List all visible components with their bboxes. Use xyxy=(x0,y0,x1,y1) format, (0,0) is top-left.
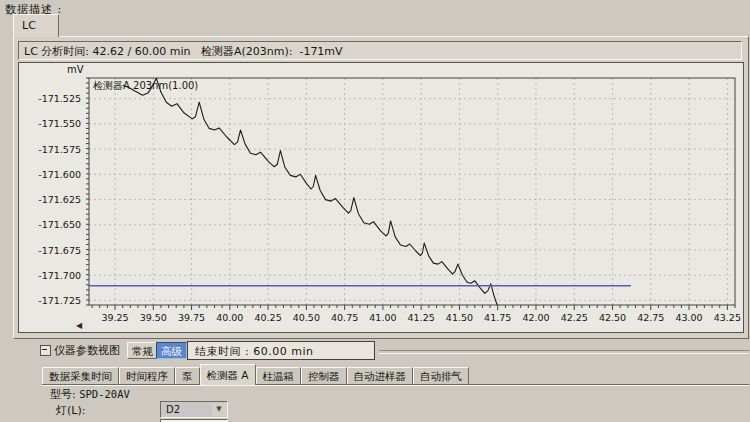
x-tick-label: 42.00 xyxy=(522,312,549,323)
lamp-label: 灯(L): xyxy=(56,403,85,418)
end-time-field: 结束时间 : 60.00 min xyxy=(187,341,375,360)
trace-title: 检测器A 203nm(1.00) xyxy=(93,80,198,91)
plot-frame xyxy=(89,78,735,305)
instrument-parameter-title: 仪器参数视图 xyxy=(54,343,120,358)
x-tick-label: 39.75 xyxy=(178,312,205,323)
y-tick-label: -171.675 xyxy=(38,245,81,256)
y-tick-label: -171.725 xyxy=(38,295,81,306)
x-tick-label: 43.25 xyxy=(714,312,741,323)
analysis-status-bar: LC 分析时间: 42.62 / 60.00 min 检测器A(203nm): … xyxy=(18,41,742,60)
y-tick-label: -171.600 xyxy=(38,169,81,180)
param-tab-1[interactable]: 时间程序 xyxy=(119,367,175,385)
y-tick-label: -171.650 xyxy=(38,219,81,230)
x-tick-label: 41.00 xyxy=(369,312,396,323)
param-tab-3[interactable]: 检测器 A xyxy=(200,364,256,385)
advanced-button[interactable]: 高级 xyxy=(156,342,187,359)
y-axis-unit-label: mV xyxy=(67,64,84,75)
param-tabs: 数据采集时间时间程序泵检测器 A柱温箱控制器自动进样器自动排气 xyxy=(42,364,469,385)
y-tick-label: -171.525 xyxy=(38,93,81,104)
chart-svg: 39.2539.5039.7540.0040.2540.5040.7541.00… xyxy=(19,63,743,332)
x-tick-label: 41.25 xyxy=(408,312,435,323)
param-tab-7[interactable]: 自动排气 xyxy=(413,367,469,385)
x-tick-label: 40.50 xyxy=(293,312,320,323)
collapse-icon[interactable] xyxy=(40,345,51,356)
model-row: 型号: SPD-20AV xyxy=(50,387,130,402)
x-tick-label: 41.75 xyxy=(484,312,511,323)
chart-scroll-left-arrow[interactable]: ◀ xyxy=(73,320,85,331)
instrument-parameter-panel: 仪器参数视图 常规 高级 结束时间 : 60.00 min 数据采集时间时间程序… xyxy=(13,340,750,422)
x-tick-label: 39.25 xyxy=(101,312,128,323)
x-tick-label: 40.75 xyxy=(331,312,358,323)
tabs-baseline xyxy=(42,384,749,386)
chevron-down-icon[interactable]: ▼ xyxy=(212,403,226,416)
chromatogram-chart[interactable]: 39.2539.5039.7540.0040.2540.5040.7541.00… xyxy=(18,62,744,333)
lamp-dropdown[interactable]: D2 ▼ xyxy=(160,401,228,418)
x-tick-label: 43.00 xyxy=(675,312,702,323)
y-tick-label: -171.700 xyxy=(38,270,81,281)
detector-a-trace xyxy=(123,78,499,311)
lc-tab-panel: LC 分析时间: 42.62 / 60.00 min 检测器A(203nm): … xyxy=(13,36,749,339)
x-tick-label: 41.50 xyxy=(446,312,473,323)
x-tick-label: 42.50 xyxy=(599,312,626,323)
header-divider xyxy=(379,350,749,354)
x-tick-label: 42.75 xyxy=(637,312,664,323)
lamp-value: D2 xyxy=(166,404,180,415)
tab-lc[interactable]: LC xyxy=(13,14,59,37)
y-tick-label: -171.575 xyxy=(38,144,81,155)
y-tick-label: -171.625 xyxy=(38,194,81,205)
model-label: 型号: xyxy=(50,388,76,401)
param-tab-5[interactable]: 控制器 xyxy=(301,367,347,385)
param-tab-0[interactable]: 数据采集时间 xyxy=(42,367,119,385)
x-tick-label: 40.00 xyxy=(216,312,243,323)
model-value: SPD-20AV xyxy=(79,388,130,400)
param-tab-4[interactable]: 柱温箱 xyxy=(256,367,302,385)
x-tick-label: 40.25 xyxy=(255,312,282,323)
normal-button[interactable]: 常规 xyxy=(127,342,158,359)
param-tab-2[interactable]: 泵 xyxy=(175,367,200,385)
x-tick-label: 39.50 xyxy=(140,312,167,323)
param-tab-6[interactable]: 自动进样器 xyxy=(347,367,414,385)
x-tick-label: 42.25 xyxy=(561,312,588,323)
y-tick-label: -171.550 xyxy=(38,118,81,129)
